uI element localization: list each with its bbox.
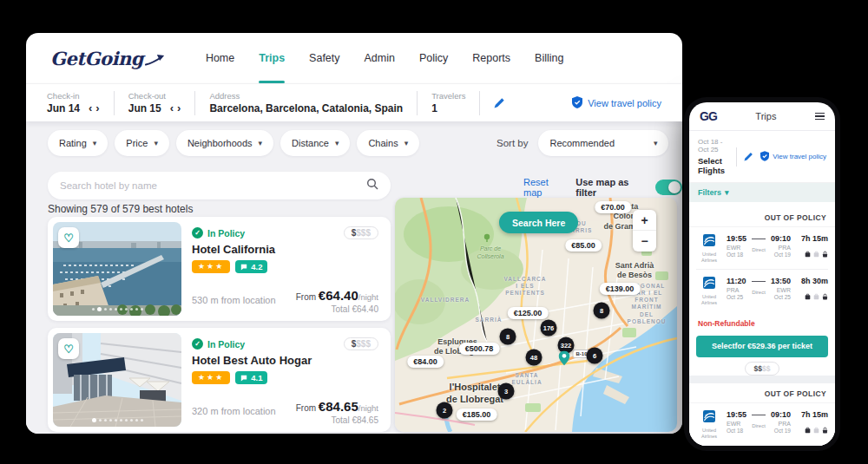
sort-select[interactable]: Recommended ▾ xyxy=(538,130,668,156)
checkin-next-icon[interactable]: › xyxy=(95,104,99,113)
stops-label: Direct xyxy=(752,247,766,252)
arr-date: Oct 19 xyxy=(770,428,791,434)
filter-price[interactable]: Price▾ xyxy=(115,130,169,156)
nav-item-billing[interactable]: Billing xyxy=(535,33,563,83)
price-block: From €84.65/night Total €84.65 xyxy=(296,399,378,425)
phone-view-travel-policy-link[interactable]: View travel policy xyxy=(760,151,826,163)
nav-item-admin[interactable]: Admin xyxy=(365,33,395,83)
filter-distance[interactable]: Distance▾ xyxy=(280,130,350,156)
carousel-dot[interactable] xyxy=(125,308,128,310)
phone-trip-summary[interactable]: Oct 18 - Oct 25 Select Flights xyxy=(698,138,729,175)
carousel-dot[interactable] xyxy=(120,308,122,310)
carousel-dot[interactable] xyxy=(97,307,102,311)
app-logo[interactable]: GetGoing xyxy=(50,48,166,69)
dep-time: 11:20 xyxy=(727,277,747,285)
phone-filters-dropdown[interactable]: Filters ▾ xyxy=(689,183,835,202)
checkout-next-icon[interactable]: › xyxy=(177,104,181,113)
checked-bag-icon xyxy=(813,293,819,300)
phone-logo[interactable]: GG xyxy=(700,109,717,123)
arr-time: 09:10 xyxy=(770,410,791,419)
use-map-as-filter-toggle[interactable] xyxy=(655,180,682,195)
favorite-heart-icon[interactable]: ♡ xyxy=(58,227,79,248)
map-cluster-marker[interactable]: 176 xyxy=(541,320,557,337)
carousel-dot[interactable] xyxy=(135,308,138,310)
carousel-dot[interactable] xyxy=(130,419,133,422)
filter-neighborhoods[interactable]: Neighborhoods▾ xyxy=(176,130,273,156)
map-price-marker[interactable]: €185.00 xyxy=(457,408,497,421)
checkout-field[interactable]: Check-out Jun 15 ‹ › xyxy=(128,91,181,114)
map-cluster-marker[interactable]: 48 xyxy=(526,350,542,366)
map-price-marker[interactable]: €500.78 xyxy=(459,343,500,355)
carousel-dot[interactable] xyxy=(135,419,138,422)
flight-row[interactable]: United Airlines 11:20 PRA Oct 25 Direct … xyxy=(689,270,835,311)
carousel-dot[interactable] xyxy=(92,308,95,310)
carousel-dot[interactable] xyxy=(92,418,96,422)
search-icon[interactable] xyxy=(366,178,378,193)
favorite-heart-icon[interactable]: ♡ xyxy=(58,338,79,359)
carousel-dot[interactable] xyxy=(120,419,122,422)
reset-map-link[interactable]: Reset map xyxy=(523,177,565,198)
zoom-in-button[interactable]: + xyxy=(633,210,656,231)
map-cluster-marker[interactable]: 2 xyxy=(437,402,453,419)
map-panel[interactable]: Parc de CollserolaVALLVIDRERAVALLCARCA I… xyxy=(395,198,677,432)
search-here-button[interactable]: Search Here xyxy=(499,212,578,233)
map-area-label: l'Hospitalet de Llobregat xyxy=(446,382,503,406)
travelers-field[interactable]: Travelers 1 xyxy=(431,91,465,114)
map-cluster-marker[interactable]: 3 xyxy=(498,383,515,400)
edit-criteria-icon[interactable] xyxy=(494,97,505,108)
hamburger-menu-icon[interactable] xyxy=(815,113,825,121)
view-travel-policy-link[interactable]: View travel policy xyxy=(572,96,661,110)
phone-edit-icon[interactable] xyxy=(744,149,753,165)
distance-text: 320 m from location xyxy=(192,406,276,425)
select-fare-button[interactable]: Selectfor €529.36 per ticket xyxy=(696,336,828,357)
flight-row[interactable]: United Airlines 19:55 EWR Oct 18 Direct … xyxy=(689,403,835,445)
lock-icon xyxy=(822,427,828,434)
hotel-search-box xyxy=(48,172,391,199)
checkin-prev-icon[interactable]: ‹ xyxy=(89,104,92,113)
stars-badge: ★★★ xyxy=(192,371,230,384)
map-price-marker[interactable]: €84.00 xyxy=(407,356,444,368)
dep-code: EWR xyxy=(727,421,747,427)
address-field[interactable]: Address Barcelona, Barcelona, Catalonia,… xyxy=(209,91,403,114)
zoom-out-button[interactable]: − xyxy=(633,231,656,252)
carousel-dot[interactable] xyxy=(125,419,128,422)
carousel-dot[interactable] xyxy=(115,308,117,310)
carousel-dot[interactable] xyxy=(109,419,112,422)
carousel-dot[interactable] xyxy=(130,308,133,310)
nav-item-reports[interactable]: Reports xyxy=(472,33,510,83)
map-price-marker[interactable]: €70.00 xyxy=(595,201,631,213)
hotel-search-input[interactable] xyxy=(60,180,366,191)
hotel-card-best-auto-hogar[interactable]: ♡ ✓ In Policy $$$$ Hotel Best Auto Hogar xyxy=(48,328,391,432)
carousel-dot[interactable] xyxy=(104,308,107,310)
from-label: From xyxy=(296,292,316,302)
checkout-prev-icon[interactable]: ‹ xyxy=(170,104,174,113)
map-price-marker[interactable]: €139.00 xyxy=(600,283,641,295)
search-criteria-bar: Check-in Jun 14 ‹ › Check-out Jun 15 ‹ ›… xyxy=(26,83,682,121)
nav-item-safety[interactable]: Safety xyxy=(309,33,339,83)
map-price-marker[interactable]: €125.00 xyxy=(508,307,549,319)
carousel-dot[interactable] xyxy=(141,308,143,310)
logo-text: GetGoing xyxy=(50,48,143,69)
carousel-dot[interactable] xyxy=(109,308,112,310)
sort-value: Recommended xyxy=(549,138,615,148)
checkin-field[interactable]: Check-in Jun 14 ‹ › xyxy=(47,91,100,114)
map-cluster-marker[interactable]: 8 xyxy=(594,303,610,319)
flight-row[interactable]: United Airlines 19:55 EWR Oct 18 Direct … xyxy=(689,227,835,269)
nav-item-policy[interactable]: Policy xyxy=(419,33,448,83)
carousel-dot[interactable] xyxy=(141,419,143,422)
caret-down-icon: ▾ xyxy=(725,188,729,197)
arr-date: Oct 25 xyxy=(770,294,791,300)
nav-item-home[interactable]: Home xyxy=(206,33,234,83)
carousel-dot[interactable] xyxy=(104,419,107,422)
lock-icon xyxy=(822,293,828,300)
nav-item-trips[interactable]: Trips xyxy=(259,33,285,83)
carousel-dot[interactable] xyxy=(99,419,102,422)
filter-chains[interactable]: Chains▾ xyxy=(357,130,419,156)
carousel-dot[interactable] xyxy=(115,419,117,422)
filter-rating[interactable]: Rating▾ xyxy=(48,130,108,156)
map-cluster-marker[interactable]: 8 xyxy=(500,329,516,345)
hotel-card-california[interactable]: ♡ ✓ In Policy $$$$ Hotel California xyxy=(48,217,391,321)
map-price-marker[interactable]: €85.00 xyxy=(565,239,602,252)
total-price: Total €84.65 xyxy=(296,415,378,425)
map-cluster-marker[interactable]: 6 xyxy=(587,348,603,364)
